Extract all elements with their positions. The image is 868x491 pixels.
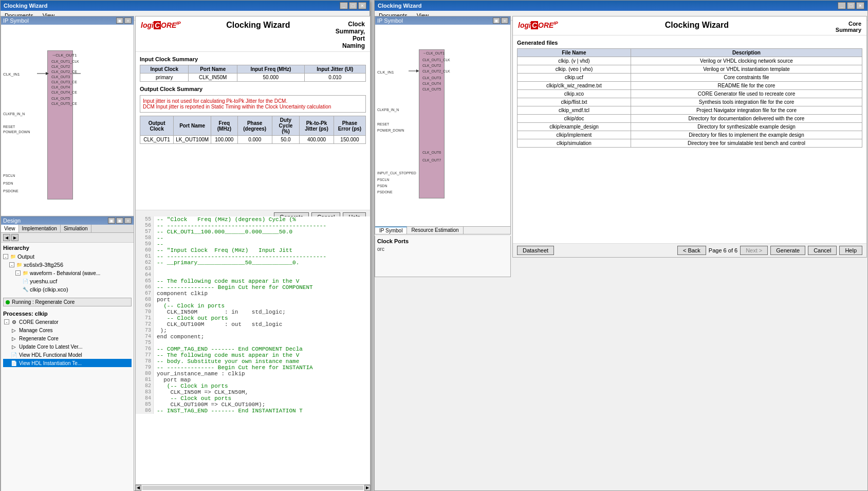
ip-panel-btn1[interactable]: ▣: [116, 17, 123, 24]
expand-waveform[interactable]: -: [15, 270, 21, 276]
code-line-56: 56 -- ----------------------------------…: [136, 223, 370, 229]
col-input-clock: Input Clock: [140, 65, 189, 74]
expand-xc6[interactable]: -: [9, 262, 14, 267]
line-content-75: [154, 340, 163, 346]
table-row: clkip/flist.txt Synthesis tools integrat…: [518, 98, 862, 106]
line-content-84: -- Clock out ports: [154, 395, 234, 402]
hierarchy-tree: Hierarchy - 📁 Output - 📁 xc6slx9-3ftg256: [1, 243, 134, 296]
tree-item-ucf[interactable]: 📄 yueshu.ucf: [3, 277, 132, 285]
right-next-button[interactable]: Next >: [740, 246, 768, 255]
nav-forward[interactable]: ▶: [11, 234, 19, 241]
tab-view[interactable]: View: [1, 225, 19, 232]
design-close-btn[interactable]: ×: [124, 217, 132, 224]
datasheet-button[interactable]: Datasheet: [517, 246, 554, 255]
processes-section: Processes: clkip - ⚙ CORE Generator ▷ Ma…: [1, 308, 134, 369]
maximize-button[interactable]: □: [349, 2, 357, 9]
code-hscrollbar[interactable]: ◀ ▶: [135, 484, 371, 490]
line-content-55: -- "Clock Freq (MHz) (degrees) Cycle (%: [154, 216, 299, 223]
desc-clkip-ucf: Core constraints file: [631, 74, 862, 82]
table-row: primary CLK_IN50M 50.000 0.010: [140, 74, 366, 82]
line-content-64: [154, 272, 163, 278]
line-num-59: 59: [136, 241, 154, 247]
process-manage-cores[interactable]: ▷ Manage Cores: [3, 326, 132, 334]
input-clock-table: Input Clock Port Name Input Freq (MHz) I…: [140, 65, 366, 82]
tab-implementation[interactable]: Implementation: [19, 225, 61, 232]
design-panel-controls[interactable]: ▣ ▣ ×: [108, 217, 132, 224]
scroll-left-btn[interactable]: ◀: [135, 485, 141, 491]
line-content-78: -- body. Substitute your own instance na…: [154, 358, 302, 365]
table-row: clkip. (veo | vho) Verilog or VHDL insta…: [518, 65, 862, 74]
tree-item-waveform[interactable]: - 📁 waveform - Behavioral (wave...: [3, 269, 132, 277]
process-view-hdl-functional[interactable]: 📄 View HDL Functional Model: [3, 351, 132, 359]
right-clk-out2-clk: CLK_OUT2_CLK: [422, 69, 450, 73]
warning2: DCM Input jitter is reported in Static T…: [143, 104, 363, 110]
line-content-56: -- -------------------------------------…: [154, 223, 329, 229]
scroll-track[interactable]: [142, 486, 363, 490]
process-core-generator[interactable]: - ⚙ CORE Generator: [3, 318, 132, 326]
right-ip-btn2[interactable]: ×: [501, 17, 508, 24]
right-clk-out7: CLK_OUT7: [422, 158, 441, 162]
clk-out5-ce-label: CLK_OUT5_CE: [51, 102, 77, 105]
right-ip-btn1[interactable]: ▣: [493, 17, 500, 24]
line-num-57: 57: [136, 229, 154, 235]
right-back-button[interactable]: < Back: [677, 246, 706, 255]
clk-in1-label: CLK_IN1: [3, 72, 20, 77]
tree-item-xc6[interactable]: - 📁 xc6slx9-3ftg256: [3, 261, 132, 269]
close-button[interactable]: ×: [358, 2, 366, 9]
code-line-75: 75: [136, 340, 370, 346]
expand-core-gen[interactable]: -: [4, 319, 9, 324]
ip-panel-controls[interactable]: ▣ ×: [116, 17, 132, 24]
line-num-61: 61: [136, 253, 154, 260]
right-help-button[interactable]: Help: [839, 246, 862, 255]
left-ip-symbol-panel: IP Symbol ▣ × CLK_IN1 →CLK_OUT1 CLK_OUT1…: [1, 16, 134, 224]
design-btn2[interactable]: ▣: [116, 217, 123, 224]
right-ip-panel-controls[interactable]: ▣ ×: [493, 17, 508, 24]
line-num-85: 85: [136, 402, 154, 408]
code-line-72: 72 CLK_OUT100M : out std_logic: [136, 321, 370, 328]
tab-simulation[interactable]: Simulation: [61, 225, 91, 232]
line-num-72: 72: [136, 321, 154, 328]
right-tab-ip-symbol[interactable]: IP Symbol: [375, 227, 407, 234]
code-line-64: 64: [136, 272, 370, 278]
col-output-clock: Output Clock: [140, 116, 174, 136]
tree-item-output[interactable]: - 📁 Output: [3, 252, 132, 261]
right-minimize-button[interactable]: _: [838, 2, 846, 9]
line-num-62: 62: [136, 260, 154, 266]
design-btn1[interactable]: ▣: [108, 217, 115, 224]
file-clkip-readme: clkip/clk_wiz_readme.txt: [518, 82, 631, 90]
process-regenerate[interactable]: ▷ Regenerate Core: [3, 334, 132, 342]
expand-output[interactable]: -: [3, 254, 8, 259]
code-line-84: 84 -- Clock out ports: [136, 395, 370, 402]
tree-label-clkip: clkip (clkip.xco): [30, 286, 68, 293]
clock-ports-content: orc: [377, 246, 508, 252]
generated-files-table: File Name Description clkip. (v | vhd) V…: [517, 48, 862, 148]
line-num-70: 70: [136, 309, 154, 315]
col-description: Description: [631, 49, 862, 57]
line-content-85: CLK_OUT100M => CLK_OUT100M);: [154, 402, 268, 408]
right-maximize-button[interactable]: □: [847, 2, 855, 9]
right-close-button[interactable]: ×: [856, 2, 864, 9]
left-window-controls[interactable]: _ □ ×: [340, 2, 366, 9]
col-file-name: File Name: [518, 49, 631, 57]
desktop: Clocking Wizard _ □ × Documents View IP …: [0, 0, 868, 491]
process-view-hdl-instantiation[interactable]: 📄 View HDL Instantiation Te...: [3, 359, 132, 367]
right-generate-button[interactable]: Generate: [770, 246, 805, 255]
minimize-button[interactable]: _: [340, 2, 348, 9]
line-num-67: 67: [136, 290, 154, 297]
ip-panel-btn2[interactable]: ×: [124, 17, 132, 24]
right-tab-resource[interactable]: Resource Estimation: [407, 227, 463, 234]
process-update-core[interactable]: ▷ Update Core to Latest Ver...: [3, 342, 132, 351]
right-window-controls[interactable]: _ □ ×: [838, 2, 864, 9]
code-line-82: 82 (-- Clock in ports: [136, 383, 370, 389]
scroll-right-btn[interactable]: ▶: [364, 485, 371, 491]
right-clk-out2: CLK_OUT2: [422, 64, 441, 67]
tree-item-clkip[interactable]: 🔧 clkip (clkip.xco): [3, 285, 132, 294]
left-ip-symbol-header: IP Symbol ▣ ×: [1, 16, 134, 25]
right-ip-symbol-panel: IP Symbol ▣ × CLK_IN1 →CLK_OUT1 CLK_OUT1…: [375, 16, 511, 234]
right-clk-out1: →CLK_OUT1: [422, 51, 445, 55]
table-row: clkip/implement Directory for files to i…: [518, 131, 862, 139]
nav-back[interactable]: ◀: [3, 234, 10, 241]
right-page-info: Page 6 of 6: [709, 247, 737, 253]
right-cancel-button[interactable]: Cancel: [808, 246, 837, 255]
table-row: clkip/doc Directory for documentation de…: [518, 115, 862, 123]
